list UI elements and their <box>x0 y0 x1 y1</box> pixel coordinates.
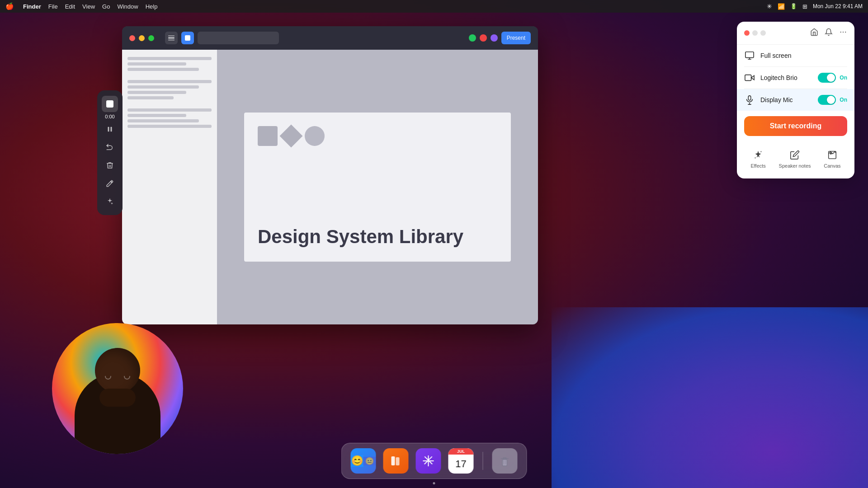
logitech-label: Logitech Brio <box>760 74 812 81</box>
thumb-line <box>127 119 199 122</box>
menu-file[interactable]: File <box>48 3 58 10</box>
more-icon[interactable] <box>839 28 847 38</box>
svg-point-16 <box>830 153 831 154</box>
dock-item-books[interactable] <box>383 448 409 474</box>
panel-header <box>737 22 854 45</box>
battery-icon: 🔋 <box>790 3 797 9</box>
display-mic-toggle-switch[interactable] <box>818 95 836 105</box>
maximize-button[interactable] <box>148 35 154 41</box>
slide-main: Design System Library <box>217 50 538 324</box>
dock-item-trash[interactable] <box>492 448 518 474</box>
logitech-toggle-label: On <box>840 75 847 81</box>
start-recording-button[interactable]: Start recording <box>744 116 847 136</box>
home-icon[interactable] <box>810 28 818 38</box>
menu-window[interactable]: Window <box>117 3 138 10</box>
close-button[interactable] <box>129 35 135 41</box>
effects-icon <box>752 149 764 161</box>
effects-button[interactable] <box>102 193 118 210</box>
svg-rect-0 <box>108 127 109 132</box>
thumb-line <box>127 108 212 112</box>
monitor-icon <box>744 50 755 61</box>
fullscreen-label: Full screen <box>760 52 847 59</box>
menu-view[interactable]: View <box>82 3 95 10</box>
svg-point-6 <box>843 32 844 33</box>
svg-rect-9 <box>745 75 751 81</box>
app-name[interactable]: Finder <box>23 3 41 10</box>
toolbar-slides-button[interactable] <box>181 32 194 44</box>
svg-rect-4 <box>503 460 507 466</box>
dot-red <box>480 34 487 42</box>
recording-panel: Full screen Logitech Brio On Display Mi <box>737 22 854 178</box>
effects-label: Effects <box>750 163 765 169</box>
bell-icon[interactable] <box>825 28 833 38</box>
logitech-option[interactable]: Logitech Brio On <box>737 67 854 89</box>
dock-item-finder[interactable]: 😊 😐 <box>351 448 376 474</box>
thumb-line <box>127 125 212 128</box>
shape-square <box>258 126 278 146</box>
speaker-notes-action[interactable]: Speaker notes <box>774 145 816 172</box>
panel-header-icons <box>810 28 847 38</box>
display-mic-label: Display Mic <box>760 96 812 103</box>
logitech-toggle[interactable]: On <box>818 73 847 83</box>
canvas-label: Canvas <box>824 163 840 169</box>
undo-button[interactable] <box>102 139 118 155</box>
dot-green <box>469 34 476 42</box>
thumb-line <box>127 85 199 89</box>
thumb-line <box>127 96 174 99</box>
dock-item-perplexity[interactable] <box>416 448 441 474</box>
slide-shapes <box>258 126 497 146</box>
slide-thumb-2[interactable] <box>127 80 212 99</box>
window-toolbar <box>165 32 279 44</box>
menu-edit[interactable]: Edit <box>65 3 75 10</box>
slide-thumb-3[interactable] <box>127 108 212 128</box>
speaker-notes-label: Speaker notes <box>779 163 811 169</box>
control-center-icon[interactable]: ⊞ <box>802 3 807 10</box>
pause-button[interactable] <box>102 121 118 137</box>
slides-sidebar <box>122 50 217 324</box>
speaker-notes-icon <box>788 149 801 161</box>
toolbar-menu-button[interactable] <box>165 32 178 44</box>
panel-min-button[interactable] <box>752 30 758 36</box>
display-mic-toggle[interactable]: On <box>818 95 847 105</box>
shape-circle <box>305 126 325 146</box>
menu-help[interactable]: Help <box>146 3 158 10</box>
slide-content: Design System Library <box>244 113 511 262</box>
dot-purple <box>491 34 498 42</box>
minimize-button[interactable] <box>139 35 145 41</box>
timer-button[interactable] <box>102 96 118 112</box>
window-content: Design System Library <box>122 50 538 324</box>
menu-go[interactable]: Go <box>102 3 110 10</box>
panel-max-button[interactable] <box>760 30 766 36</box>
sunburst-icon[interactable]: ✳ <box>767 3 772 10</box>
slide-thumb-1[interactable] <box>127 57 212 71</box>
panel-close-button[interactable] <box>744 30 750 36</box>
datetime: Mon Jun 22 9:41 AM <box>813 3 863 9</box>
person-image <box>52 323 183 454</box>
svg-rect-2 <box>392 456 395 465</box>
dock-item-calendar[interactable]: JUL 17 <box>448 448 474 474</box>
delete-button[interactable] <box>102 157 118 174</box>
traffic-lights <box>129 35 154 41</box>
display-mic-option[interactable]: Display Mic On <box>737 89 854 111</box>
svg-point-13 <box>760 151 762 152</box>
floating-toolbar: 0:00 <box>97 90 123 215</box>
logitech-toggle-switch[interactable] <box>818 73 836 83</box>
toolbar-search[interactable] <box>198 32 279 44</box>
presentation-window: Present <box>122 26 538 324</box>
svg-point-7 <box>845 32 846 33</box>
dock-divider <box>483 452 483 470</box>
menubar: 🍎 Finder File Edit View Go Window Help ✳… <box>0 0 868 13</box>
canvas-icon <box>826 149 839 161</box>
calendar-day: 17 <box>455 459 466 469</box>
toolbar-right: Present <box>469 32 531 44</box>
canvas-action[interactable]: Canvas <box>818 145 846 172</box>
effects-action[interactable]: Effects <box>745 145 771 172</box>
svg-rect-10 <box>748 96 751 100</box>
fullscreen-option[interactable]: Full screen <box>737 45 854 66</box>
apple-menu[interactable]: 🍎 <box>5 2 14 10</box>
thumb-line <box>127 80 212 83</box>
pen-button[interactable] <box>102 175 118 192</box>
present-button[interactable]: Present <box>501 32 531 44</box>
stop-icon <box>106 100 113 108</box>
finder-icon-right: 😐 <box>363 457 376 465</box>
